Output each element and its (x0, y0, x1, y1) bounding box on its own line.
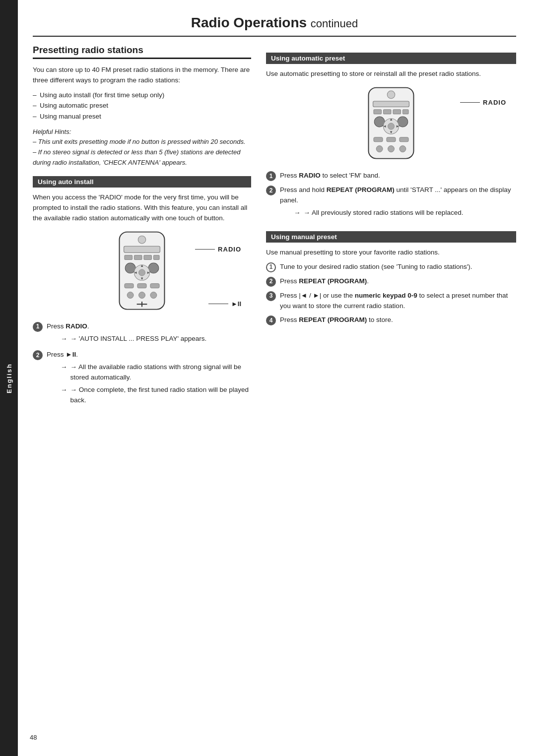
page-number: 48 (30, 734, 37, 741)
r-step2-arrow-text: → All previously stored radio stations w… (304, 208, 464, 218)
step1-arrow: → → 'AUTO INSTALL ... PRESS PLAY' appear… (61, 334, 251, 344)
title-continued: continued (311, 17, 358, 30)
svg-text:▲: ▲ (389, 117, 393, 122)
svg-rect-28 (393, 110, 401, 114)
step2-bold: ►II (66, 351, 76, 358)
step1-pre: Press (47, 322, 66, 330)
manual-preset-text: Use manual presetting to store your favo… (266, 248, 516, 258)
svg-point-19 (139, 292, 145, 298)
auto-preset-step-2: 2 Press and hold REPEAT (PROGRAM) until … (266, 185, 516, 220)
svg-point-18 (127, 292, 134, 298)
manual-step-4: 4 Press REPEAT (PROGRAM) to store. (266, 315, 516, 325)
bullet-3: Using manual preset (33, 111, 251, 122)
step2-pre: Press (47, 351, 66, 358)
step1-bold: RADIO (66, 322, 87, 330)
svg-text:▼: ▼ (389, 130, 393, 134)
intro-text: You can store up to 40 FM preset radio s… (33, 65, 251, 86)
svg-text:◄: ◄ (134, 270, 137, 275)
svg-text:►: ► (396, 124, 400, 128)
svg-point-42 (388, 146, 395, 152)
manual-step-3: 3 Press |◄ / ►| or use the numeric keypa… (266, 291, 516, 312)
bullet-1: Using auto install (for first time setup… (33, 90, 251, 101)
m-step4-pre: Press (280, 316, 299, 323)
m-step3-pre: Press |◄ / ►| or use the (280, 292, 355, 299)
svg-point-20 (150, 292, 157, 298)
left-column: Presetting radio stations You can store … (33, 45, 251, 412)
svg-rect-29 (402, 110, 408, 114)
m-step-num-1: 1 (266, 262, 276, 272)
m-step3-bold: numeric keypad 0-9 (355, 292, 417, 299)
svg-text:▲: ▲ (140, 263, 144, 267)
step2-arrow1: → → All the available radio stations wit… (61, 362, 251, 383)
step-num-1: 1 (33, 322, 43, 332)
auto-preset-steps: 1 Press RADIO to select 'FM' band. 2 Pre… (266, 171, 516, 220)
svg-point-43 (400, 146, 406, 152)
svg-rect-5 (144, 255, 152, 259)
svg-point-33 (388, 123, 395, 129)
svg-rect-39 (387, 137, 396, 142)
step-1-content: Press RADIO. → → 'AUTO INSTALL ... PRESS… (47, 321, 251, 346)
auto-preset-text: Use automatic presetting to store or rei… (266, 69, 516, 79)
auto-install-steps: 1 Press RADIO. → → 'AUTO INSTALL ... PRE… (33, 321, 251, 408)
svg-text:◄: ◄ (383, 124, 387, 128)
m-step1-text: Tune to your desired radio station (see … (280, 263, 472, 270)
auto-install-text: When you access the 'RADIO' mode for the… (33, 192, 251, 224)
step1-arrow-text: → 'AUTO INSTALL ... PRESS PLAY' appears. (70, 334, 207, 344)
remote-illustration-right: ▲ ▼ ◄ ► RADIO (266, 86, 516, 164)
m-step-num-4: 4 (266, 315, 276, 325)
svg-point-10 (139, 269, 145, 276)
svg-rect-25 (373, 101, 409, 107)
r-step1-pre: Press (280, 172, 299, 179)
radio-label-left: RADIO (218, 246, 241, 253)
svg-text:▼: ▼ (140, 276, 144, 280)
svg-text:►: ► (146, 270, 150, 275)
manual-step-1: 1 Tune to your desired radio station (se… (266, 262, 516, 272)
helpful-hints-title: Helpful Hints: (33, 128, 71, 135)
right-column: Using automatic preset Use automatic pre… (266, 45, 516, 412)
step2-arrow1-text: → All the available radio stations with … (70, 362, 252, 383)
title-text: Radio Operations (191, 15, 307, 30)
remote-illustration-left: ▲ ▼ ◄ ► (33, 231, 251, 315)
m-step-3-content: Press |◄ / ►| or use the numeric keypad … (280, 291, 516, 312)
hint-2: – If no stereo signal is detected or les… (33, 148, 240, 166)
svg-rect-3 (125, 255, 133, 259)
svg-rect-15 (125, 283, 134, 288)
r-step2-bold: REPEAT (PROGRAM) (327, 186, 395, 193)
svg-rect-2 (124, 246, 160, 252)
radio-label-right: RADIO (483, 99, 506, 106)
svg-rect-40 (400, 137, 408, 142)
page-container: English Radio Operations continued Prese… (0, 0, 536, 756)
svg-rect-4 (134, 255, 142, 259)
arrow-sym-1: → (61, 334, 67, 344)
m-step2-pre: Press (280, 277, 299, 285)
m-step2-bold: REPEAT (PROGRAM) (299, 277, 367, 285)
r-step-2-content: Press and hold REPEAT (PROGRAM) until 'S… (280, 185, 516, 220)
manual-preset-bar: Using manual preset (266, 231, 516, 243)
hint-1: – This unit exits presetting mode if no … (33, 138, 246, 145)
svg-rect-27 (383, 110, 391, 114)
m-step-4-content: Press REPEAT (PROGRAM) to store. (280, 315, 516, 325)
auto-install-step-2: 2 Press ►II. → → All the available radio… (33, 350, 251, 408)
main-content: Radio Operations continued Presetting ra… (18, 0, 536, 756)
manual-preset-steps: 1 Tune to your desired radio station (se… (266, 262, 516, 326)
auto-preset-bar: Using automatic preset (266, 53, 516, 64)
r-step2-pre: Press and hold (280, 186, 327, 193)
m-step-num-2: 2 (266, 277, 276, 287)
remote-svg-right: ▲ ▼ ◄ ► (359, 86, 423, 164)
play-label-left: ►II (231, 300, 241, 308)
m-step4-post: to store. (367, 316, 393, 323)
svg-point-1 (138, 236, 146, 244)
bullets-list: Using auto install (for first time setup… (33, 90, 251, 122)
page-title: Radio Operations continued (33, 15, 516, 37)
auto-install-bar: Using auto install (33, 176, 251, 188)
r-step2-arrow: → → All previously stored radio stations… (294, 208, 516, 218)
presetting-heading: Presetting radio stations (33, 45, 251, 59)
m-step-num-3: 3 (266, 291, 276, 301)
svg-point-41 (376, 146, 383, 152)
bullet-2: Using automatic preset (33, 100, 251, 111)
m-step4-bold: REPEAT (PROGRAM) (299, 316, 367, 323)
svg-rect-26 (374, 110, 382, 114)
svg-rect-16 (137, 283, 146, 288)
svg-rect-6 (153, 255, 159, 259)
step2-arrow2-text: → Once complete, the first tuned radio s… (70, 385, 252, 406)
